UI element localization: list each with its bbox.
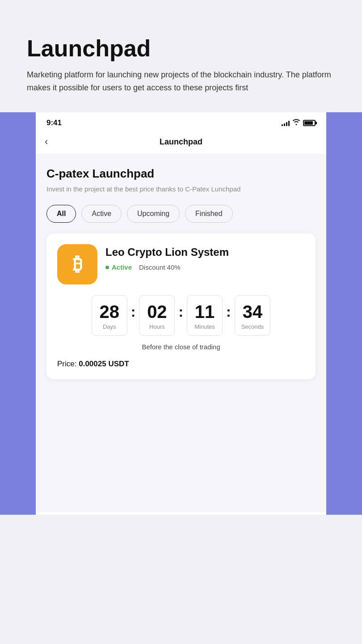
phone-screen: 9:41 [36, 112, 326, 515]
countdown-container: 28 Days : 02 Hours : 11 Minutes : [57, 295, 305, 336]
countdown-caption: Before the close of trading [57, 343, 305, 351]
countdown-hours: 02 Hours [139, 295, 175, 336]
separator-1: : [127, 304, 139, 320]
minutes-label: Minutes [194, 323, 216, 330]
bitcoin-icon: ₿ [73, 254, 82, 275]
days-value: 28 [98, 303, 121, 321]
filter-tab-finished[interactable]: Finished [185, 205, 232, 223]
back-button[interactable]: ‹ [45, 136, 48, 148]
page-subtitle: Marketing platform for launching new pro… [27, 68, 335, 94]
right-decoration [326, 112, 362, 515]
project-name: Leo Crypto Lion System [105, 246, 305, 259]
seconds-value: 34 [241, 303, 264, 321]
price-value: 0.00025 USDT [79, 360, 129, 368]
status-dot [105, 266, 109, 269]
countdown-minutes: 11 Minutes [187, 295, 223, 336]
separator-2: : [175, 304, 187, 320]
separator-3: : [223, 304, 235, 320]
signal-icon [282, 120, 290, 126]
section-title: C-patex Launchpad [46, 167, 316, 181]
countdown-days: 28 Days [92, 295, 127, 336]
top-section: Launchpad Marketing platform for launchi… [0, 0, 362, 112]
battery-icon [303, 120, 316, 126]
countdown-seconds: 34 Seconds [235, 295, 271, 336]
phone-wrapper: 9:41 [0, 112, 362, 515]
price-label: Price: [57, 360, 76, 368]
project-status-row: Active Discount 40% [105, 263, 305, 271]
left-decoration [0, 112, 36, 515]
status-badge: Active [105, 263, 132, 271]
nav-bar: ‹ Launchpad [36, 132, 326, 154]
status-bar: 9:41 [36, 112, 326, 132]
discount-badge: Discount 40% [139, 263, 181, 271]
filter-tab-upcoming[interactable]: Upcoming [127, 205, 180, 223]
hours-value: 02 [146, 303, 168, 321]
price-row: Price: 0.00025 USDT [57, 360, 305, 369]
wifi-icon [292, 119, 300, 127]
filter-tab-all[interactable]: All [46, 205, 76, 223]
project-info: Leo Crypto Lion System Active Discount 4… [105, 244, 305, 271]
project-card: ₿ Leo Crypto Lion System Active Discount… [46, 233, 316, 379]
days-label: Days [98, 323, 121, 330]
status-label: Active [112, 263, 132, 271]
filter-tabs: All Active Upcoming Finished [46, 205, 316, 223]
seconds-label: Seconds [241, 323, 264, 330]
status-time: 9:41 [46, 119, 62, 127]
page-main-title: Launchpad [27, 36, 335, 61]
project-header: ₿ Leo Crypto Lion System Active Discount… [57, 244, 305, 284]
section-desc: Invest in the project at the best price … [46, 184, 316, 195]
content-area: C-patex Launchpad Invest in the project … [36, 154, 326, 512]
nav-title: Launchpad [160, 137, 202, 147]
hours-label: Hours [146, 323, 168, 330]
project-logo: ₿ [57, 244, 97, 284]
filter-tab-active[interactable]: Active [81, 205, 122, 223]
status-icons [282, 119, 316, 127]
minutes-value: 11 [194, 303, 216, 321]
